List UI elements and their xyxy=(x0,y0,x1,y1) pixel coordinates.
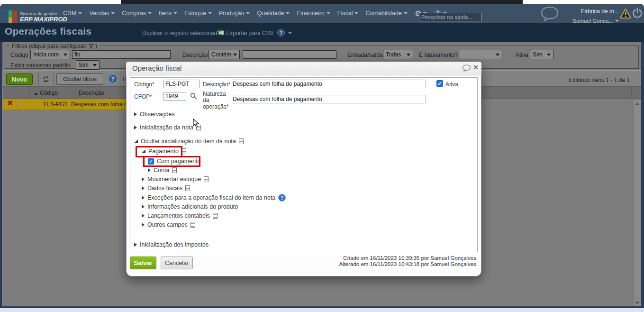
descricao-operator-select[interactable]: Contém xyxy=(209,50,240,59)
duplicate-record-button[interactable]: Duplicar o registro selecionado xyxy=(142,30,220,37)
help-icon[interactable]: ? xyxy=(109,74,117,83)
menu-vendas[interactable]: Vendas xyxy=(89,10,115,17)
codigo-operator-select[interactable]: Inicia com xyxy=(30,50,70,59)
help-icon[interactable]: ? xyxy=(278,194,286,202)
entrada-saida-select[interactable]: Todas xyxy=(383,50,413,59)
document-icon xyxy=(190,222,195,228)
column-header-codigo[interactable]: Código xyxy=(34,90,58,96)
menu-financeiro[interactable]: Financeiro xyxy=(297,10,330,17)
edit-row-icon[interactable] xyxy=(16,100,24,107)
company-link[interactable]: Fábrica de m... xyxy=(581,8,619,15)
dialog-chat-bubble-icon[interactable] xyxy=(462,64,471,72)
collapsed-icon xyxy=(134,243,137,247)
top-edge xyxy=(121,0,523,4)
ativa-filter-label: Ativa xyxy=(516,52,528,58)
chevron-down-icon xyxy=(78,12,82,14)
document-icon xyxy=(239,138,244,144)
cfop-input[interactable] xyxy=(163,92,186,101)
collapsed-icon xyxy=(142,214,145,218)
menu-producao[interactable]: Produção xyxy=(219,10,250,17)
close-icon[interactable]: ✕ xyxy=(473,64,479,71)
scroll-up-icon[interactable] xyxy=(635,102,640,105)
help-icon[interactable]: ? xyxy=(277,29,285,37)
collapsed-icon xyxy=(142,186,145,190)
natureza-input[interactable] xyxy=(231,95,426,103)
descricao-label: Descrição* xyxy=(203,81,230,88)
chevron-down-icon[interactable] xyxy=(288,32,292,34)
warning-icon[interactable] xyxy=(620,9,631,18)
faturamento-select[interactable] xyxy=(459,50,502,59)
menu-qualidade[interactable]: Qualidade xyxy=(257,10,290,17)
menu-compras[interactable]: Compras xyxy=(122,10,152,17)
page-title-bar xyxy=(0,23,644,42)
chevron-down-icon xyxy=(111,12,115,14)
tree-item-ocultar-inicializacao-item[interactable]: Ocultar inicialização do item da nota xyxy=(134,138,244,145)
tree-item-dados-fiscais[interactable]: Dados fiscais xyxy=(142,185,190,192)
created-meta: Criado em 16/11/2023 10:39:35 por Samuel… xyxy=(343,255,478,261)
funnel-icon xyxy=(89,44,94,49)
document-icon xyxy=(213,213,218,219)
grid-scrollbar[interactable] xyxy=(633,100,641,306)
document-icon xyxy=(172,167,177,173)
ativa-filter-select[interactable]: Sim xyxy=(530,50,553,59)
menu-itens[interactable]: Itens xyxy=(159,10,177,17)
column-header-descricao[interactable]: Descrição xyxy=(79,90,104,96)
logo-bars-icon xyxy=(4,10,17,23)
tree-item-movimentar-estoque[interactable]: Movimentar estoque xyxy=(142,176,209,183)
chevron-down-icon xyxy=(63,54,67,56)
document-icon xyxy=(204,176,209,182)
expanded-icon xyxy=(134,139,138,143)
chat-bubble-icon[interactable] xyxy=(540,6,559,21)
tree-item-conta[interactable]: Conta xyxy=(148,167,177,174)
filters-legend[interactable]: Filtros (clique para configurar: ) xyxy=(9,43,100,49)
tree-item-inicializacao-impostos[interactable]: Inicialização dos impostos xyxy=(134,241,209,248)
descricao-filter-label: Descrição xyxy=(182,52,208,58)
tree-item-informacoes-adicionais[interactable]: Informações adicionais do produto xyxy=(142,203,238,210)
ativa-checkbox[interactable]: ✓ xyxy=(436,80,443,87)
natureza-label: Natureza da operação* xyxy=(203,91,230,110)
sort-asc-icon xyxy=(34,92,38,95)
exibir-naturezas-select[interactable]: Sim xyxy=(76,60,100,70)
codigo-input[interactable] xyxy=(163,80,200,88)
collapsed-icon xyxy=(134,112,137,116)
exibir-naturezas-label: Exibir naturezas padrão xyxy=(10,62,71,69)
collapsed-icon xyxy=(148,168,151,172)
bottom-edge xyxy=(0,308,644,312)
tree-item-excecoes[interactable]: Exceções para a operação fiscal do item … xyxy=(142,194,286,202)
menu-crm[interactable]: CRM xyxy=(63,10,82,17)
altered-meta: Alterado em 16/11/2023 10:43:18 por Samu… xyxy=(339,261,478,267)
hide-filters-button[interactable]: Ocultar filtros xyxy=(56,73,103,85)
codigo-filter-input[interactable] xyxy=(72,50,171,59)
cfop-label: CFOP* xyxy=(134,93,152,100)
menu-fiscal[interactable]: Fiscal xyxy=(337,10,359,17)
descricao-input[interactable] xyxy=(231,80,426,88)
menu-contabilidade[interactable]: Contabilidade xyxy=(365,10,407,17)
save-button[interactable]: Salvar xyxy=(130,257,156,269)
cancel-button[interactable]: Cancelar xyxy=(161,257,193,269)
menu-estoque[interactable]: Estoque xyxy=(184,10,212,17)
tree-item-outros-campos[interactable]: Outros campos xyxy=(142,221,195,228)
scroll-down-icon[interactable] xyxy=(635,302,640,304)
power-icon[interactable] xyxy=(632,7,643,18)
ativa-label: Ativa xyxy=(445,81,458,88)
csv-export-icon xyxy=(217,29,224,36)
new-button[interactable]: Novo xyxy=(6,73,33,85)
export-csv-button[interactable]: Exportar para CSV xyxy=(226,30,274,37)
collapsed-icon xyxy=(142,177,145,181)
descricao-filter-input[interactable] xyxy=(243,50,336,59)
collapsed-icon xyxy=(142,196,145,200)
tree-item-lancamentos-contabeis[interactable]: Lançamentos contábeis xyxy=(142,212,218,219)
chevron-down-icon xyxy=(208,12,212,14)
faturamento-label: É faturamento? xyxy=(419,52,458,58)
delete-row-icon[interactable] xyxy=(8,101,12,105)
search-icon[interactable] xyxy=(190,92,197,100)
tree-item-inicializacao-nota[interactable]: Inicialização da nota xyxy=(134,124,201,131)
chevron-down-icon xyxy=(407,54,410,56)
help-search-input[interactable] xyxy=(419,13,482,21)
dialog-title: Operação fiscal xyxy=(132,64,181,72)
tree-item-observacoes[interactable]: Observações xyxy=(134,111,175,118)
codigo-filter-label: Código xyxy=(10,52,28,58)
refresh-icon[interactable] xyxy=(42,76,50,83)
chevron-down-icon xyxy=(615,20,619,22)
app-logo[interactable]: Sistema de gestão ERP MAXIPROD xyxy=(4,10,67,23)
